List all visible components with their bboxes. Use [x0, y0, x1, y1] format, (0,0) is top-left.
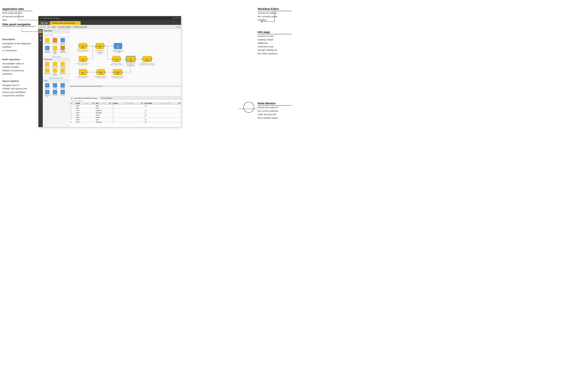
output-tab-flow[interactable]: ≋ Flow Variables: [99, 97, 113, 100]
output-tab-data[interactable]: ▶ 1: Data Table with additional columns: [70, 97, 99, 100]
create-component-button[interactable]: ⚙ Create component: [73, 26, 87, 28]
wf-node-excel1[interactable]: Excel Reader: [78, 43, 88, 49]
node-bar-chart[interactable]: B Bar Chart: [44, 83, 51, 89]
node-microsoft-auth[interactable]: M Microsoft Authenticator: [59, 38, 66, 45]
tab-combine[interactable]: Combine Clean and Summarize ... ✕: [50, 21, 81, 25]
node-row-filter[interactable]: R Row Filter: [44, 62, 51, 68]
io-nodes-grid: E Excel Reader E Excel Writer M Microsof…: [43, 37, 70, 55]
node-statistics[interactable]: St Statistics: [59, 90, 66, 97]
annotation-description-title: Description: [2, 38, 35, 41]
node-google-sheets-writer[interactable]: G Google Sheets Writer: [59, 46, 66, 54]
side-nav-info[interactable]: i: [39, 39, 42, 42]
node-scatter-plot[interactable]: Sc Scatter Plot: [51, 90, 59, 97]
google-sheets-writer-icon: G: [61, 46, 65, 50]
node-stacked-area[interactable]: S Stacked Area Chart: [44, 90, 51, 97]
wf-node-excel2[interactable]: Excel Reader: [79, 56, 88, 62]
svg-text:enate: enate: [99, 47, 101, 48]
node-table-splitter[interactable]: T Table Splitter: [59, 68, 66, 76]
more-manipulation-nodes-button[interactable]: More Manipulation nodes: [43, 77, 70, 79]
sort-icon-amount[interactable]: ⇅: [141, 102, 143, 104]
flow-icon: ≋: [101, 97, 102, 99]
more-io-nodes-button[interactable]: More IO nodes: [43, 55, 70, 58]
cell-amount: 1: [112, 105, 144, 107]
sort-icon-dict[interactable]: ⇅: [179, 102, 180, 104]
node-row-aggregator[interactable]: R Row Aggregator: [51, 68, 59, 76]
wf-node-strtonum[interactable]: String To Number: [112, 69, 123, 75]
node-line-plot[interactable]: L Line Plot: [51, 83, 59, 89]
output-table[interactable]: # RowID String ⇅: [70, 102, 181, 127]
svg-text:Concat-: Concat-: [98, 46, 102, 47]
annotation-app-tabs-title: Application tabs: [2, 7, 33, 11]
column-filter-icon: C: [53, 62, 57, 66]
redo-button[interactable]: ▷: [43, 26, 46, 28]
side-nav-repo[interactable]: [39, 30, 42, 33]
repo-icon: [39, 31, 42, 33]
maximize-button[interactable]: □: [175, 17, 177, 19]
workflow-canvas[interactable]: Excel Reader Read the first sheet ('Kitc…: [70, 29, 181, 96]
side-nav-space[interactable]: [39, 34, 42, 37]
svg-text:Row: Row: [146, 58, 148, 60]
svg-point-46: [95, 47, 97, 48]
sort-icon-item[interactable]: ⇅: [109, 102, 111, 104]
node-concatenate[interactable]: C Concatenate: [59, 62, 66, 68]
statistics-icon: St: [61, 90, 65, 94]
output-panel: ▶ 1: Data Table with additional columns …: [70, 96, 181, 127]
node-value-lookup[interactable]: V Value Lookup: [44, 68, 51, 76]
zoom-level: 100%: [176, 26, 180, 28]
minimize-button[interactable]: —: [172, 17, 174, 19]
row-num: 3: [70, 109, 75, 112]
wf-node-colfilter[interactable]: Column Filter: [112, 56, 121, 62]
sort-icon-rowid[interactable]: ⇅: [93, 102, 94, 104]
svg-point-45: [95, 45, 97, 47]
col-rowid-name: RowID: [76, 102, 80, 104]
search-input[interactable]: [44, 33, 69, 36]
wf-node-barchart[interactable]: Bar Chart: [113, 43, 122, 49]
tab-home[interactable]: 🏠 Home: [39, 21, 50, 25]
undo-button[interactable]: ◁: [39, 26, 42, 28]
tab-close-icon[interactable]: ✕: [77, 22, 79, 24]
svg-text:Number: Number: [116, 73, 119, 74]
table-row: 1Row0Table10.6: [70, 105, 181, 107]
canvas-area: Excel Reader Read the first sheet ('Kitc…: [70, 29, 181, 127]
node-excel-reader[interactable]: E Excel Reader: [44, 38, 51, 45]
annotation-workflow-editor: Workflow Editor Canvas for editingthe cu…: [258, 7, 292, 22]
cell-item: Freezer: [95, 116, 112, 119]
save-button[interactable]: ⊕: [47, 26, 50, 28]
node-google-sheets-reader[interactable]: G Google Sheets Reader: [51, 46, 59, 54]
wf-node-colmerge[interactable]: Column Merger: [96, 69, 105, 75]
create-metanode-button[interactable]: ⊞ Create metanode: [58, 26, 71, 28]
svg-text:one table: one table: [98, 53, 102, 54]
side-panel-underline: [2, 26, 35, 27]
output-info: Rows: 17 | Columns: 3: [70, 100, 181, 102]
svg-text:from string to number: from string to number: [113, 77, 122, 79]
table-row: 3Row2Cupboard10.2: [70, 109, 181, 112]
close-button[interactable]: ✕: [178, 17, 180, 19]
statistics-label: Statistics: [61, 95, 65, 96]
node-google-auth[interactable]: G Google Authenticator: [44, 46, 51, 54]
home-icon: 🏠: [41, 22, 43, 24]
node-excel-writer[interactable]: E Excel Writer: [51, 38, 59, 45]
wf-node-concat[interactable]: Concat- enate: [95, 43, 105, 49]
reset-button[interactable]: Reset: [51, 26, 56, 28]
annotation-workflow-editor-body: Canvas for editingthe currently activewo…: [258, 11, 292, 22]
col-header-rownum: #: [70, 102, 75, 105]
wf-node-excel3[interactable]: Excel Reader: [79, 69, 88, 75]
col-header-dict: Dict-Volume Number (Double) ⇅: [144, 102, 181, 105]
bar-chart-label: Bar Chart: [45, 88, 50, 89]
cell-rowid: Row2: [75, 109, 95, 112]
space-icon: [39, 35, 42, 37]
cell-amount: 1: [112, 119, 144, 121]
wf-node-valuelookup[interactable]: Value Lookup: [126, 56, 136, 62]
wf-node-rowagg[interactable]: Row Aggregator: [142, 56, 152, 62]
annotation-node-repo: Node repository All available nodes inKN…: [2, 57, 35, 79]
row-filter-icon: R: [45, 62, 49, 66]
annotation-node-monitor-body: Shows the output ofthe current selectedn…: [258, 106, 292, 120]
node-pie-chart[interactable]: P Pie Chart: [59, 83, 66, 89]
annotation-space-explorer-body: Navigate local orKNIME Hub spaces andacc…: [2, 84, 35, 97]
node-column-filter[interactable]: C Column Filter: [51, 62, 59, 68]
svg-text:Reader: Reader: [81, 60, 84, 61]
row-num: 6: [70, 116, 75, 119]
col-amount-name: Amount: [113, 102, 118, 104]
cell-item: Oven: [95, 119, 112, 121]
stacked-area-label: Stacked Area Chart: [44, 95, 51, 97]
